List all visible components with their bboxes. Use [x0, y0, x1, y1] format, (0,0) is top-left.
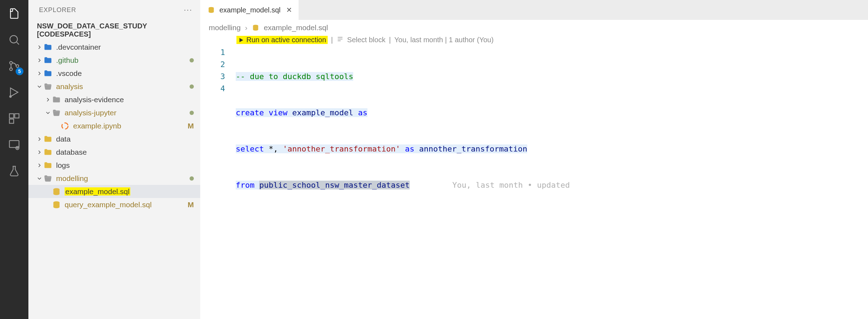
folder-icon — [43, 69, 53, 78]
explorer-icon[interactable] — [6, 5, 23, 22]
folder-icon — [43, 148, 53, 157]
chevron-right-icon — [36, 162, 43, 169]
sql-file-icon — [52, 200, 61, 209]
explorer-header: EXPLORER ··· — [28, 0, 200, 20]
chevron-right-icon — [36, 57, 43, 64]
folder-label: data — [56, 135, 194, 143]
folder-label: database — [56, 148, 194, 156]
git-dot-icon — [190, 58, 194, 62]
svg-point-1 — [10, 61, 12, 64]
explorer-sidebar: EXPLORER ··· NSW_DOE_DATA_CASE_STUDY [CO… — [28, 0, 200, 319]
folder-data[interactable]: data — [28, 132, 200, 145]
folder-label: .devcontainer — [56, 43, 194, 51]
folder-label: analysis-jupyter — [65, 109, 190, 117]
search-icon[interactable] — [6, 31, 23, 48]
folder-github[interactable]: .github — [28, 54, 200, 67]
folder-label: logs — [56, 161, 194, 170]
chevron-down-icon — [36, 83, 43, 90]
folder-icon — [43, 161, 53, 170]
file-tree: .devcontainer .github .vscode analysis a… — [28, 40, 200, 211]
chevron-right-icon — [36, 44, 43, 50]
svg-point-2 — [10, 68, 12, 71]
explorer-more-icon[interactable]: ··· — [184, 5, 192, 15]
source-control-icon[interactable]: 5 — [6, 57, 23, 75]
sql-file-icon — [252, 24, 260, 32]
folder-label: .github — [56, 56, 190, 65]
git-blame-inline: You, last month • updated — [452, 179, 574, 191]
chevron-right-icon — [36, 136, 43, 142]
folder-logs[interactable]: logs — [28, 159, 200, 172]
codelens-bar: Run on active connection | Select block … — [200, 34, 868, 46]
folder-analysis-jupyter[interactable]: analysis-jupyter — [28, 106, 200, 119]
author-info[interactable]: You, last month | 1 author (You) — [394, 36, 493, 44]
folder-label: .vscode — [56, 69, 194, 78]
breadcrumb[interactable]: modelling › example_model.sql — [200, 20, 868, 34]
svg-rect-5 — [10, 114, 14, 118]
folder-analysis[interactable]: analysis — [28, 80, 200, 93]
chevron-down-icon — [36, 175, 43, 182]
project-name: NSW_DOE_DATA_CASE_STUDY [CODESPACES] — [37, 22, 196, 38]
git-dot-icon — [190, 176, 194, 181]
folder-devcontainer[interactable]: .devcontainer — [28, 40, 200, 54]
file-query-example-model-sql[interactable]: query_example_model.sql M — [28, 198, 200, 211]
folder-analysis-evidence[interactable]: analysis-evidence — [28, 93, 200, 106]
code-content[interactable]: -- due to duckdb sqltools create view ex… — [236, 46, 868, 215]
run-debug-icon[interactable] — [6, 84, 23, 101]
extensions-icon[interactable] — [6, 110, 23, 127]
sql-file-icon — [207, 6, 215, 14]
sql-file-icon — [52, 187, 61, 196]
file-label: example.ipynb — [73, 122, 188, 130]
jupyter-icon — [60, 121, 70, 131]
folder-icon — [52, 95, 61, 104]
folder-label: analysis — [56, 82, 190, 91]
chevron-right-icon: › — [245, 23, 247, 32]
folder-icon — [43, 134, 53, 144]
tab-strip: example_model.sql ✕ — [200, 0, 868, 20]
folder-modelling[interactable]: modelling — [28, 172, 200, 185]
folder-icon — [43, 56, 53, 65]
chevron-right-icon — [36, 70, 43, 77]
folder-vscode[interactable]: .vscode — [28, 67, 200, 80]
close-icon[interactable]: ✕ — [285, 6, 294, 14]
chevron-down-icon — [44, 110, 52, 116]
source-control-badge: 5 — [16, 67, 23, 75]
svg-point-0 — [10, 35, 17, 43]
file-label: example_model.sql — [65, 187, 194, 196]
git-dot-icon — [190, 111, 194, 115]
editor-area: example_model.sql ✕ modelling › example_… — [200, 0, 868, 319]
tab-label: example_model.sql — [219, 6, 280, 14]
git-dot-icon — [190, 84, 194, 89]
folder-open-icon — [43, 174, 53, 183]
select-block-icon — [337, 35, 344, 44]
breadcrumb-segment[interactable]: example_model.sql — [264, 23, 328, 32]
chevron-right-icon — [36, 149, 43, 155]
folder-open-icon — [52, 108, 61, 117]
folder-icon — [43, 43, 53, 52]
project-root[interactable]: NSW_DOE_DATA_CASE_STUDY [CODESPACES] — [28, 20, 200, 40]
remote-explorer-icon[interactable] — [6, 136, 23, 153]
svg-rect-7 — [10, 119, 14, 123]
breadcrumb-segment[interactable]: modelling — [209, 23, 241, 32]
run-on-connection-action[interactable]: Run on active connection — [236, 36, 328, 44]
file-example-model-sql[interactable]: example_model.sql — [28, 185, 200, 198]
explorer-title: EXPLORER — [39, 6, 76, 14]
testing-icon[interactable] — [6, 163, 23, 180]
line-gutter: 1234 — [200, 46, 236, 215]
file-label: query_example_model.sql — [65, 200, 188, 209]
tab-example-model[interactable]: example_model.sql ✕ — [200, 0, 299, 20]
file-example-ipynb[interactable]: example.ipynb M — [28, 119, 200, 132]
select-block-action[interactable]: Select block — [347, 36, 386, 44]
code-editor[interactable]: 1234 -- due to duckdb sqltools create vi… — [200, 46, 868, 215]
activity-bar: 5 — [0, 0, 28, 319]
svg-rect-6 — [15, 114, 19, 118]
folder-label: modelling — [56, 174, 190, 183]
git-status-modified: M — [188, 122, 194, 130]
svg-point-10 — [62, 123, 68, 129]
folder-database[interactable]: database — [28, 145, 200, 159]
chevron-right-icon — [44, 97, 52, 103]
git-status-modified: M — [188, 200, 194, 209]
folder-open-icon — [43, 82, 53, 91]
folder-label: analysis-evidence — [65, 95, 194, 104]
